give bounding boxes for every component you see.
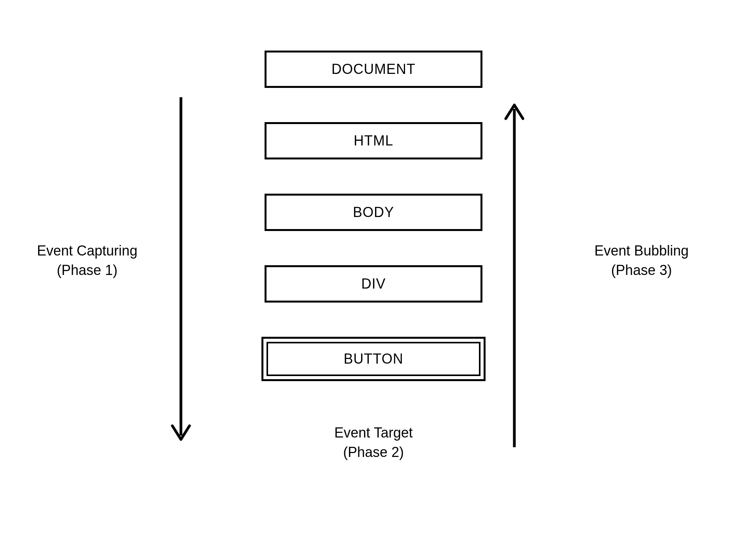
capturing-phase-label: Event Capturing (Phase 1) [37, 241, 137, 280]
target-label-line1: Event Target [0, 423, 747, 443]
dom-hierarchy-boxes: DOCUMENT HTML BODY DIV BUTTON [261, 51, 486, 381]
bubbling-label-line2: (Phase 3) [594, 261, 689, 280]
bubbling-phase-label: Event Bubbling (Phase 3) [594, 241, 689, 280]
down-arrow-icon [169, 97, 193, 449]
bubbling-label-line1: Event Bubbling [594, 241, 689, 261]
box-button-inner: BUTTON [267, 342, 480, 376]
event-propagation-diagram: Event Capturing (Phase 1) DOCUMENT HTML … [0, 51, 747, 381]
target-phase-label: Event Target (Phase 2) [0, 423, 747, 462]
box-body: BODY [265, 194, 482, 231]
target-label-line2: (Phase 2) [0, 443, 747, 462]
box-button-target: BUTTON [261, 337, 486, 381]
capturing-label-line2: (Phase 1) [37, 261, 137, 280]
up-arrow-icon [503, 97, 526, 449]
box-html: HTML [265, 122, 482, 159]
box-div: DIV [265, 265, 482, 303]
capturing-label-line1: Event Capturing [37, 241, 137, 261]
box-document: DOCUMENT [265, 51, 482, 88]
